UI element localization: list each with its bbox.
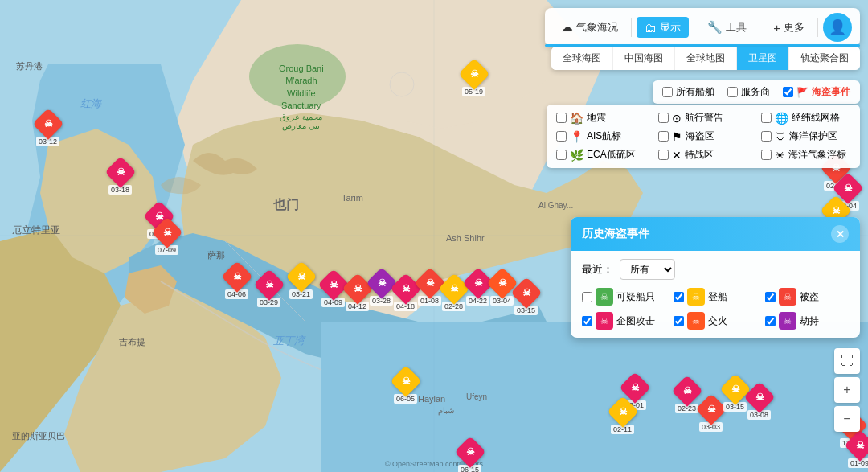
marker-piracy[interactable]: ☠ 03-15	[514, 281, 538, 315]
layer-nav-warning[interactable]: ⊙ 航行警告	[658, 111, 747, 125]
boarding-badge: ☠	[687, 288, 705, 306]
map-type-bar: 全球海图 中国海图 全球地图 卫星图 轨迹聚合图	[551, 47, 860, 70]
marker-piracy[interactable]: ☠ 03-21	[289, 265, 313, 299]
marker-piracy[interactable]: ☠ 04-09	[321, 273, 345, 307]
piracy-events-label: 🚩	[796, 87, 809, 98]
map-type-china-sea[interactable]: 中国海图	[613, 47, 675, 70]
check-suspicious[interactable]: ☠ 可疑船只	[582, 288, 665, 306]
marker-piracy[interactable]: ☠ 04-06	[225, 265, 248, 299]
ocean-weather-icon: ☀	[775, 149, 785, 162]
earthquake-icon: 🏠	[570, 112, 583, 125]
layer-ais[interactable]: 📍 AIS航标	[556, 129, 645, 143]
check-piracy[interactable]: ☠ 被盗	[765, 288, 849, 306]
marker-piracy[interactable]: ☠ 03-29	[257, 273, 280, 307]
meridian-icon: 🌐	[775, 112, 788, 125]
marker-piracy[interactable]: ☠ 03-18	[108, 161, 132, 195]
marker-piracy[interactable]: ☠ 06-05	[394, 370, 417, 404]
piracy-events-tab[interactable]: 海盗事件	[812, 85, 850, 99]
map-type-global-map[interactable]: 全球地图	[675, 47, 737, 70]
check-boarding[interactable]: ☠ 登船	[674, 288, 757, 306]
weather-icon: ☁	[561, 20, 573, 35]
layer-piracy-zone[interactable]: ⚑ 海盗区	[658, 129, 747, 143]
tools-icon: 🔧	[707, 20, 723, 35]
nav-divider2	[694, 18, 694, 37]
layer-meridian[interactable]: 🌐 经纬线网格	[761, 111, 850, 125]
piracy-panel: 历史海盗事件 ✕ 最近： 所有 近1年 近3年 近5年 ☠ 可疑船只	[571, 217, 860, 338]
nav-more[interactable]: + 更多	[765, 17, 813, 38]
check-fire[interactable]: ☠ 交火	[674, 312, 757, 330]
marker-piracy[interactable]: ☠ 02-11	[611, 400, 634, 434]
filter-piracy-events[interactable]: 🚩 海盗事件	[783, 85, 850, 99]
recent-select[interactable]: 所有 近1年 近3年 近5年	[620, 259, 675, 280]
layer-eca[interactable]: 🌿 ECA低硫区	[556, 148, 645, 162]
plus-icon: +	[773, 21, 780, 35]
filter-bar: 所有船舶 服务商 🚩 海盗事件	[653, 80, 860, 104]
marker-piracy[interactable]: ☠ 03-15	[723, 378, 747, 412]
zoom-out-button[interactable]: −	[834, 406, 860, 432]
nav-tools[interactable]: 🔧 工具	[699, 17, 755, 38]
user-avatar[interactable]: 👤	[823, 13, 852, 42]
marker-piracy[interactable]: ☠ 03-04	[490, 272, 514, 306]
layer-earthquake[interactable]: 🏠 地震	[556, 111, 645, 125]
piracy-panel-header: 历史海盗事件 ✕	[571, 217, 860, 251]
suspicious-badge: ☠	[596, 288, 613, 306]
marker-piracy[interactable]: ☠ 07-09	[155, 221, 178, 255]
marker-piracy[interactable]: ☠ 02-28	[442, 277, 465, 311]
layer-grid: 🏠 地震 ⊙ 航行警告 🌐 经纬线网格 📍 AIS航标 ⚑ 海盗区 🛡 海洋保护…	[547, 105, 860, 168]
marker-piracy[interactable]: ☠ 02-23	[675, 380, 698, 413]
nav-weather[interactable]: ☁ 气象海况	[553, 17, 626, 38]
fullscreen-button[interactable]: ⛶	[834, 348, 860, 374]
attack-badge: ☠	[596, 312, 613, 330]
top-nav: ☁ 气象海况 🗂 显示 🔧 工具 + 更多 👤	[545, 8, 860, 47]
marker-piracy[interactable]: ☠ 03-28	[370, 272, 393, 306]
fire-badge: ☠	[687, 312, 705, 330]
map-type-global-sea[interactable]: 全球海图	[551, 47, 613, 70]
marker-piracy[interactable]: ☠ 06-15	[458, 441, 481, 472]
zoom-in-button[interactable]: +	[834, 377, 860, 403]
piracy-zone-icon: ⚑	[672, 130, 682, 143]
nav-divider	[631, 18, 632, 37]
user-icon: 👤	[829, 18, 846, 36]
layers-icon: 🗂	[645, 21, 657, 35]
svg-point-12	[390, 72, 414, 96]
map-type-satellite[interactable]: 卫星图	[737, 47, 789, 70]
piracy-badge: ☠	[779, 288, 796, 306]
check-attack[interactable]: ☠ 企图攻击	[582, 312, 665, 330]
piracy-panel-title: 历史海盗事件	[582, 227, 649, 241]
filter-service[interactable]: 服务商	[727, 85, 770, 99]
nav-warning-icon: ⊙	[672, 112, 682, 125]
recent-label: 最近：	[582, 262, 613, 277]
piracy-panel-body: 最近： 所有 近1年 近3年 近5年 ☠ 可疑船只 ☠ 登船	[571, 251, 860, 338]
piracy-event-types: ☠ 可疑船只 ☠ 登船 ☠ 被盗 ☠ 企图攻击	[582, 288, 849, 330]
filter-all-ships[interactable]: 所有船舶	[662, 85, 714, 99]
map-controls: ⛶ + −	[834, 348, 860, 432]
marker-piracy[interactable]: ☠ 03-03	[699, 398, 723, 432]
svg-point-11	[249, 44, 346, 109]
marker-piracy[interactable]: ☠ 03-12	[36, 113, 59, 146]
piracy-panel-close-button[interactable]: ✕	[831, 225, 849, 243]
marine-protect-icon: 🛡	[775, 130, 786, 143]
marker-piracy[interactable]: ☠ 04-12	[346, 277, 369, 311]
eca-icon: 🌿	[570, 149, 583, 162]
nav-divider4	[817, 18, 818, 37]
marker-piracy[interactable]: ☠ 01-09	[848, 434, 868, 468]
map-type-orbit[interactable]: 轨迹聚合图	[789, 47, 860, 70]
hijack-badge: ☠	[779, 312, 796, 330]
layer-marine-protect[interactable]: 🛡 海洋保护区	[761, 129, 850, 143]
layer-special-zone[interactable]: ✕ 特战区	[658, 148, 747, 162]
map-container: © OpenStreetMap contributors ☠ 03-12 ☠ 0…	[0, 0, 868, 472]
marker-piracy[interactable]: ☠ 03-08	[747, 386, 771, 420]
marker-piracy[interactable]: ☠ 04-22	[466, 272, 489, 306]
marker-piracy[interactable]: ☠ 01-08	[418, 272, 441, 306]
nav-divider3	[760, 18, 760, 37]
check-hijack[interactable]: ☠ 劫持	[765, 312, 849, 330]
nav-display[interactable]: 🗂 显示	[637, 17, 689, 38]
special-zone-icon: ✕	[672, 149, 682, 162]
marker-piracy[interactable]: ☠ 04-18	[394, 277, 417, 311]
marker-piracy[interactable]: ☠ 05-19	[462, 63, 485, 96]
layer-ocean-weather[interactable]: ☀ 海洋气象浮标	[761, 148, 850, 162]
ais-icon: 📍	[570, 130, 583, 143]
piracy-recent-filter: 最近： 所有 近1年 近3年 近5年	[582, 259, 849, 280]
